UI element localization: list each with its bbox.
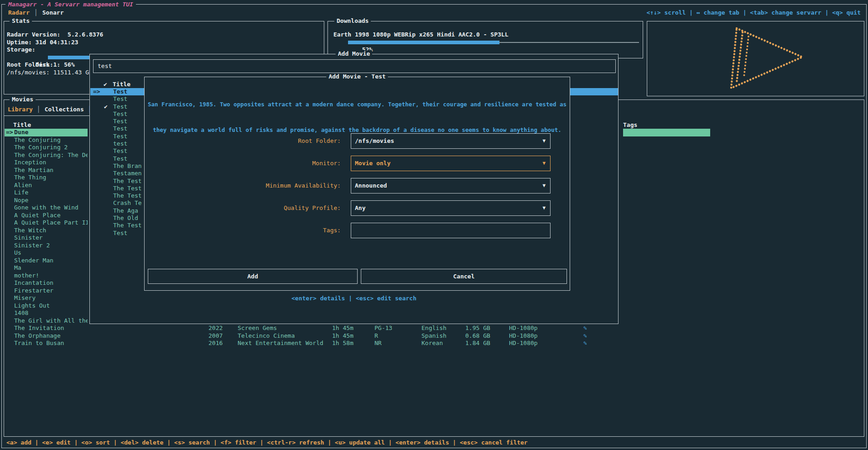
cell-quality: HD-1080p — [509, 332, 538, 340]
movie-list-item[interactable]: The Conjuring: The De — [5, 152, 88, 159]
movie-title: Train to Busan — [14, 340, 64, 346]
movie-list-item[interactable]: 1408 — [5, 309, 88, 317]
result-title: Test — [113, 125, 127, 132]
stat-uptime: Uptime: 31d 04:31:23 — [7, 39, 103, 47]
cell-quality: HD-1080p — [509, 324, 538, 332]
minimum-availability-dropdown[interactable]: Announced▼ — [351, 178, 551, 194]
result-title: The Test — [113, 178, 142, 185]
movie-title: Ma — [14, 264, 21, 271]
result-title: The Old — [113, 215, 138, 222]
movie-list-item[interactable]: Sinister 2 — [5, 242, 88, 250]
download-gauge-track — [499, 42, 639, 43]
downloads-panel-title: Downloads — [334, 17, 371, 25]
movie-list-item[interactable]: Inception — [5, 159, 88, 167]
field-label: Tags: — [145, 223, 344, 238]
movie-title: The Invitation — [14, 324, 64, 331]
field-label: Monitor: — [145, 156, 344, 171]
movie-list-item[interactable]: =>Dune — [5, 129, 88, 136]
cell-runtime: 1h 45m — [332, 324, 353, 332]
movie-list-item[interactable]: Us — [5, 249, 88, 257]
movie-list-item[interactable]: Incantation — [5, 279, 88, 287]
movie-list-item[interactable]: Ma — [5, 264, 88, 272]
tabs-underline — [4, 115, 90, 116]
movie-list-item[interactable]: The Conjuring 2 — [5, 144, 88, 152]
movie-title: Sinister — [14, 234, 43, 241]
in-library-check-icon: ✔ — [104, 103, 108, 110]
result-title: Test — [113, 133, 127, 140]
movie-list-item[interactable]: The Invitation — [5, 324, 88, 332]
movie-title: The Girl with All the — [14, 317, 88, 324]
search-input-value: test — [98, 63, 112, 69]
movie-list-item[interactable]: A Quiet Place — [5, 212, 88, 220]
movie-list: =>DuneThe ConjuringThe Conjuring 2The Co… — [5, 129, 88, 347]
cancel-button[interactable]: Cancel — [361, 269, 567, 284]
result-title: Test — [113, 118, 127, 125]
movie-list-item[interactable]: Nope — [5, 197, 88, 204]
cell-size: 0.68 GB — [465, 332, 490, 340]
logo-panel — [647, 21, 864, 96]
result-title: Test — [113, 155, 127, 162]
movie-title: mother! — [14, 272, 39, 279]
tags-input[interactable] — [351, 223, 551, 238]
cell-year: 2016 — [208, 340, 223, 347]
root-folder-dropdown[interactable]: /nfs/movies▼ — [351, 133, 551, 149]
movie-list-item[interactable]: A Quiet Place Part II — [5, 219, 88, 227]
movie-list-item[interactable]: Life — [5, 189, 88, 197]
movie-list-item[interactable]: Train to Busan — [5, 340, 88, 347]
monitor-dropdown[interactable]: Movie only▼ — [351, 156, 551, 171]
movie-list-item[interactable]: Gone with the Wind — [5, 204, 88, 212]
tab-sonarr[interactable]: Sonarr — [42, 9, 64, 16]
cell-language: Korean — [421, 340, 443, 347]
dropdown-arrow-icon: ▼ — [542, 201, 546, 215]
tab-separator: │ — [34, 9, 38, 16]
movie-list-item[interactable]: The Orphanage — [5, 332, 88, 340]
managarr-screen: Managarr - A Servarr management TUI Rada… — [0, 0, 868, 450]
quality-profile-dropdown[interactable]: Any▼ — [351, 200, 551, 216]
movie-list-item[interactable]: The Witch — [5, 227, 88, 235]
movie-title: Sinister 2 — [14, 242, 50, 249]
movie-title: The Conjuring 2 — [14, 144, 68, 151]
result-title: Test — [113, 230, 127, 237]
movie-title: The Conjuring — [14, 136, 61, 143]
cell-rating: PG-13 — [374, 324, 392, 332]
monitored-pencil-icon: ✎ — [583, 332, 587, 340]
movie-title: Nope — [14, 197, 28, 204]
cell-studio: Screen Gems — [238, 324, 277, 332]
tab-collections[interactable]: Collections — [45, 106, 84, 113]
movie-list-item[interactable]: Alien — [5, 182, 88, 189]
cell-year: 2022 — [208, 324, 223, 332]
form-row: Monitor: Movie only▼ — [145, 156, 570, 171]
results-title-header: Title — [113, 81, 130, 89]
tab-radarr[interactable]: Radarr — [8, 9, 30, 16]
movie-list-item[interactable]: The Thing — [5, 174, 88, 182]
movie-list-item[interactable]: The Girl with All the — [5, 317, 88, 325]
movie-title: Slender Man — [14, 257, 53, 264]
movie-list-item[interactable]: Slender Man — [5, 257, 88, 265]
cell-studio: Telecinco Cinema — [238, 332, 295, 340]
result-title: The Test — [113, 192, 142, 199]
movie-list-item[interactable]: Lights Out — [5, 302, 88, 310]
movie-list-item[interactable]: Firestarter — [5, 287, 88, 295]
result-title: Test — [113, 110, 127, 118]
global-keybinds: <↑↓> scroll | ↔ change tab | <tab> chang… — [646, 9, 861, 16]
field-value: /nfs/movies — [355, 134, 394, 148]
movie-list-item[interactable]: Sinister — [5, 234, 88, 242]
monitored-pencil-icon: ✎ — [583, 340, 587, 347]
movie-list-item[interactable]: Misery — [5, 294, 88, 302]
result-title: Test — [113, 147, 127, 155]
movie-list-item[interactable]: The Conjuring — [5, 136, 88, 144]
field-label: Minimum Availability: — [145, 178, 344, 194]
add-movie-modal-title: Add Movie - Test — [326, 73, 388, 80]
library-tabs: Library│Collections│ — [8, 106, 96, 113]
cell-language: Spanish — [421, 332, 447, 340]
movie-search-input[interactable]: test — [93, 59, 616, 73]
add-button[interactable]: Add — [148, 269, 358, 284]
field-value: Any — [355, 201, 365, 215]
movie-list-item[interactable]: mother! — [5, 272, 88, 280]
tab-library[interactable]: Library — [8, 106, 33, 113]
form-row: Tags: — [145, 223, 570, 238]
movie-list-item[interactable]: The Martian — [5, 167, 88, 174]
stat-root-folder-value: /nfs/movies: 11511.43 GB — [7, 69, 103, 77]
field-value: Announced — [355, 178, 387, 193]
result-title: Test — [113, 95, 127, 103]
